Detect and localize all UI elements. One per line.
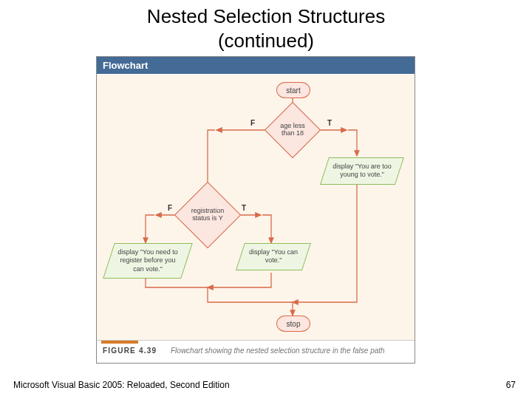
figure-frame: Flowchart [96, 56, 415, 364]
process-can-vote: display "You can vote." [236, 243, 311, 270]
d1-false-label: F [250, 119, 255, 127]
process-need-register-text: display "You need to register before you… [109, 244, 186, 278]
decision-age: age less than 18 [273, 110, 313, 150]
d2-false-label: F [168, 204, 172, 212]
figure-caption: FIGURE 4.39 Flowchart showing the nested… [97, 340, 415, 363]
start-terminator: start [276, 82, 310, 98]
flowchart-header: Flowchart [97, 57, 415, 74]
decision-age-text: age less than 18 [273, 110, 313, 150]
decision-registration: registration status is Y [184, 191, 231, 239]
title-line-2: (continued) [218, 30, 314, 52]
process-can-vote-text: display "You can vote." [241, 244, 306, 270]
slide-title: Nested Selection Structures (continued) [0, 0, 532, 54]
title-line-1: Nested Selection Structures [147, 5, 385, 27]
d2-true-label: T [242, 204, 246, 212]
slide: Nested Selection Structures (continued) … [0, 0, 532, 399]
process-need-register: display "You need to register before you… [103, 243, 193, 279]
stop-label: stop [287, 320, 301, 328]
process-too-young-text: display "You are too young to vote." [325, 158, 399, 184]
flow-lines [97, 75, 415, 341]
figure-number: FIGURE 4.39 [103, 347, 157, 355]
figure-description: Flowchart showing the nested selection s… [171, 347, 385, 355]
stop-terminator: stop [276, 316, 310, 332]
page-number: 67 [506, 380, 516, 390]
caption-rule [101, 341, 138, 344]
flowchart-canvas: start age less than 18 F T display "You … [97, 75, 415, 341]
start-label: start [286, 86, 300, 95]
process-too-young: display "You are too young to vote." [320, 157, 404, 185]
decision-registration-text: registration status is Y [184, 191, 231, 239]
d1-true-label: T [327, 119, 332, 127]
footer-text: Microsoft Visual Basic 2005: Reloaded, S… [13, 380, 230, 390]
